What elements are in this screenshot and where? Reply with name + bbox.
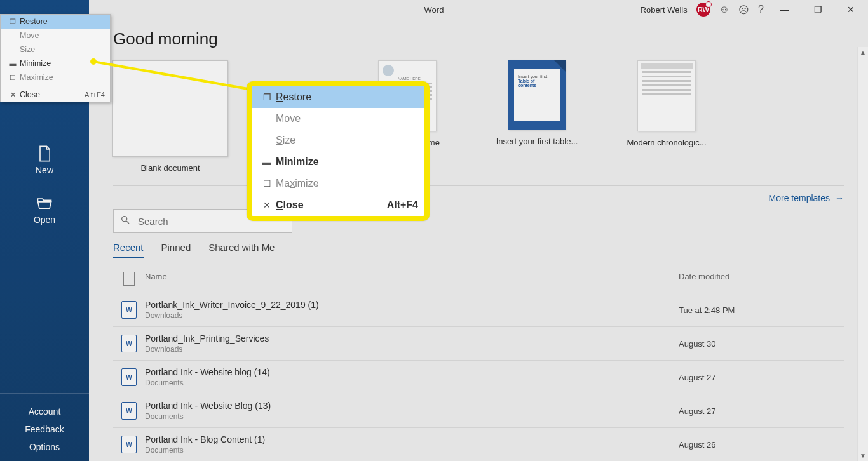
main-panel: Good morning Blank document l (blank) NA… xyxy=(89,19,868,461)
word-doc-icon: W xyxy=(121,368,137,386)
page-icon xyxy=(123,272,135,286)
template-toc[interactable]: Insert your first Table of contents Inse… xyxy=(489,60,585,146)
template-thumb: Insert your first Table of contents xyxy=(508,60,566,130)
menu-restore[interactable]: ❐ Restore xyxy=(1,15,110,29)
more-templates-link[interactable]: More templates→ xyxy=(769,193,844,203)
doc-location: Downloads xyxy=(145,345,679,354)
avatar[interactable]: RW xyxy=(696,3,710,17)
zoom-menu-size[interactable]: Size xyxy=(252,130,424,151)
close-icon: ✕ xyxy=(6,91,20,99)
maximize-icon: ☐ xyxy=(258,178,276,189)
minimize-window-button[interactable]: — xyxy=(773,4,797,15)
menu-size[interactable]: Size xyxy=(1,43,110,57)
template-blank[interactable]: Blank document xyxy=(113,60,227,173)
doc-location: Documents xyxy=(145,446,679,455)
search-icon xyxy=(120,215,130,227)
sidebar-link-options[interactable]: Options xyxy=(0,442,89,452)
template-label: Blank document xyxy=(140,163,200,173)
tab-pinned[interactable]: Pinned xyxy=(161,242,191,258)
help-icon[interactable]: ? xyxy=(758,4,764,15)
user-name[interactable]: Robert Wells xyxy=(641,5,688,15)
system-menu-zoom: ❐ Restore Move Size ▬ Minimize ☐ Maximiz… xyxy=(247,81,430,221)
tab-shared[interactable]: Shared with Me xyxy=(208,242,275,258)
doc-title: Portland Ink - Blog Content (1)Documents xyxy=(145,434,679,455)
annotation-dot xyxy=(90,58,97,65)
doc-row[interactable]: WPortland Ink - Website Blog (13)Documen… xyxy=(113,394,844,428)
restore-window-button[interactable]: ❐ xyxy=(806,4,830,15)
zoom-menu-maximize[interactable]: ☐ Maximize xyxy=(252,173,424,194)
doc-row[interactable]: WPortland Ink - Website blog (14)Documen… xyxy=(113,361,844,394)
doc-location: Documents xyxy=(145,412,679,421)
word-doc-icon: W xyxy=(121,402,137,420)
sidebar-item-open[interactable]: Open xyxy=(0,183,89,232)
doc-date: August 26 xyxy=(679,440,844,450)
restore-icon: ❐ xyxy=(258,92,276,102)
doc-title: Portland Ink - Website blog (14)Document… xyxy=(145,367,679,387)
arrow-right-icon: → xyxy=(835,193,844,203)
app-title: Word xyxy=(424,5,444,15)
doc-date: Tue at 2:48 PM xyxy=(679,305,844,315)
template-label: Insert your first table... xyxy=(496,137,578,146)
menu-move[interactable]: Move xyxy=(1,29,110,43)
doc-location: Downloads xyxy=(145,311,679,320)
col-name[interactable]: Name xyxy=(145,272,679,288)
zoom-menu-restore[interactable]: ❐ Restore xyxy=(252,86,424,108)
doc-date: August 30 xyxy=(679,339,844,349)
sidebar-link-account[interactable]: Account xyxy=(0,406,89,417)
close-icon: ✕ xyxy=(258,200,276,210)
word-doc-icon: W xyxy=(121,335,137,352)
doc-list: WPortlank_Ink_Writer_Invoice_9_22_2019 (… xyxy=(113,293,844,461)
template-label: Modern chronologic... xyxy=(627,138,706,147)
tab-recent[interactable]: Recent xyxy=(113,242,144,258)
doc-list-header: Name Date modified xyxy=(113,267,844,293)
greeting-text: Good morning xyxy=(113,29,844,49)
new-doc-icon xyxy=(36,145,53,163)
template-thumb xyxy=(637,60,696,131)
doc-title: Portland_Ink_Printing_ServicesDownloads xyxy=(145,333,679,354)
recent-tabs: Recent Pinned Shared with Me xyxy=(113,242,844,258)
menu-close[interactable]: ✕ Close Alt+F4 xyxy=(1,88,110,102)
smiley-icon[interactable]: ☺ xyxy=(719,4,729,15)
sidebar-link-feedback[interactable]: Feedback xyxy=(0,424,89,434)
sidebar-item-new[interactable]: New xyxy=(0,133,89,183)
scroll-down-icon[interactable]: ▼ xyxy=(860,450,866,461)
sidebar-label: New xyxy=(36,165,53,175)
maximize-icon: ☐ xyxy=(6,74,20,82)
svg-point-0 xyxy=(122,217,127,222)
svg-line-1 xyxy=(126,221,129,224)
doc-date: August 27 xyxy=(679,406,844,416)
zoom-menu-move[interactable]: Move xyxy=(252,108,424,130)
minimize-icon: ▬ xyxy=(6,60,20,67)
minimize-icon: ▬ xyxy=(258,157,276,167)
template-modern-chrono[interactable]: Modern chronologic... xyxy=(619,60,714,147)
sad-icon[interactable]: ☹ xyxy=(738,4,749,16)
col-date[interactable]: Date modified xyxy=(679,272,844,288)
word-doc-icon: W xyxy=(121,436,137,453)
menu-maximize[interactable]: ☐ Maximize xyxy=(1,70,110,84)
sidebar-label: Open xyxy=(34,215,55,225)
doc-row[interactable]: WPortlank_Ink_Writer_Invoice_9_22_2019 (… xyxy=(113,293,844,327)
zoom-menu-minimize[interactable]: ▬ Minimize xyxy=(252,151,424,173)
close-window-button[interactable]: ✕ xyxy=(839,4,863,15)
restore-icon: ❐ xyxy=(6,18,20,26)
scroll-up-icon[interactable]: ▲ xyxy=(860,47,866,58)
open-folder-icon xyxy=(36,194,53,212)
doc-date: August 27 xyxy=(679,373,844,382)
zoom-menu-close[interactable]: ✕ Close Alt+F4 xyxy=(252,194,424,216)
doc-row[interactable]: WPortland Ink - Blog Content (1)Document… xyxy=(113,428,844,461)
titlebar: Word Robert Wells RW ☺ ☹ ? — ❐ ✕ xyxy=(0,0,868,19)
doc-location: Documents xyxy=(145,378,679,387)
template-gallery: Blank document l (blank) NAME HERE Blue … xyxy=(113,60,844,186)
doc-title: Portlank_Ink_Writer_Invoice_9_22_2019 (1… xyxy=(145,300,679,320)
word-doc-icon: W xyxy=(121,301,137,319)
scrollbar[interactable]: ▲ ▼ xyxy=(857,47,868,461)
doc-row[interactable]: WPortland_Ink_Printing_ServicesDownloads… xyxy=(113,327,844,361)
doc-title: Portland Ink - Website Blog (13)Document… xyxy=(145,401,679,421)
